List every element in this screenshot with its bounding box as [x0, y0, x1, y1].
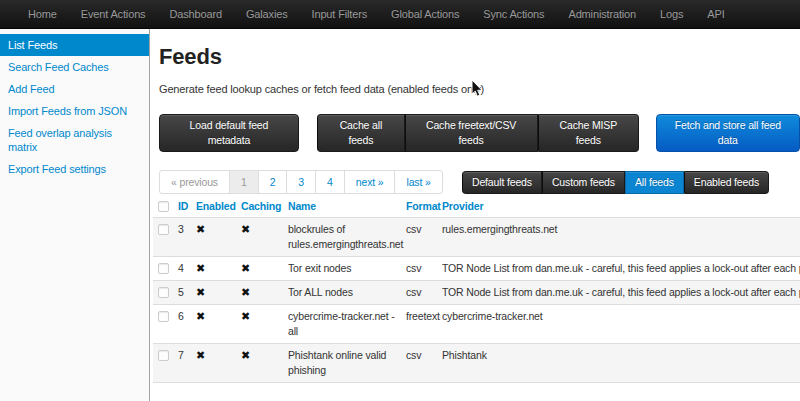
page-link-1[interactable]: 1: [229, 170, 259, 194]
page-link-previous[interactable]: « previous: [159, 170, 230, 194]
caching-cross-icon[interactable]: ✖: [241, 223, 250, 235]
load-default-feed-metadata-button[interactable]: Load default feed metadata: [159, 114, 299, 152]
nav-item-sync-actions: Sync Actions: [471, 0, 556, 28]
nav-link-input-filters[interactable]: Input Filters: [300, 0, 380, 28]
cell-format: csv: [401, 344, 437, 383]
sidebar-item-list-feeds: List Feeds: [0, 34, 149, 56]
row-select-checkbox[interactable]: [158, 311, 169, 322]
cell-id: 6: [173, 305, 191, 344]
cell-provider: cybercrime-tracker.net: [437, 305, 800, 344]
page-item-previous: « previous: [159, 170, 230, 194]
sidebar-item-add-feed: Add Feed: [0, 78, 149, 100]
page-item-next: next »: [345, 170, 396, 194]
row-select-checkbox[interactable]: [158, 263, 169, 274]
sidebar-link-import-feeds-from-json[interactable]: Import Feeds from JSON: [0, 100, 149, 122]
sort-link-caching[interactable]: Caching: [241, 200, 281, 212]
cache-misp-feeds-button[interactable]: Cache MISP feeds: [538, 114, 640, 152]
page-link-2[interactable]: 2: [258, 170, 288, 194]
cache-all-feeds-button[interactable]: Cache all feeds: [317, 114, 404, 152]
cell-enabled: ✖: [191, 344, 236, 383]
sidebar-link-feed-overlap-analysis-matrix[interactable]: Feed overlap analysis matrix: [0, 122, 149, 158]
feed-filter-tabs: Default feedsCustom feedsAll feedsEnable…: [462, 171, 769, 194]
enabled-cross-icon[interactable]: ✖: [196, 262, 205, 274]
select-all-checkbox[interactable]: [158, 201, 169, 212]
page-item-4: 4: [316, 170, 345, 194]
nav-link-sync-actions[interactable]: Sync Actions: [471, 0, 556, 28]
fetch-and-store-all-feed-data-button[interactable]: Fetch and store all feed data: [656, 114, 800, 152]
tab-enabled-feeds[interactable]: Enabled feeds: [684, 171, 769, 194]
sort-link-id[interactable]: ID: [178, 200, 188, 212]
cache-buttons-group: Cache all feedsCache freetext/CSV feedsC…: [317, 114, 639, 152]
nav-link-galaxies[interactable]: Galaxies: [234, 0, 300, 28]
nav-item-home: Home: [16, 0, 69, 28]
nav-item-logs: Logs: [648, 0, 695, 28]
row-select-cell: [153, 344, 173, 383]
cell-name: Phishtank online valid phishing: [283, 344, 401, 383]
row-select-cell: [153, 281, 173, 305]
page-item-last: last »: [395, 170, 442, 194]
cell-format: csv: [401, 257, 437, 281]
cell-format: csv: [401, 218, 437, 257]
cell-id: 7: [173, 344, 191, 383]
cell-caching: ✖: [236, 305, 283, 344]
enabled-cross-icon[interactable]: ✖: [196, 286, 205, 298]
feeds-table: IDEnabledCachingNameFormatProvider 3✖✖bl…: [153, 196, 800, 383]
nav-item-dashboard: Dashboard: [157, 0, 233, 28]
column-header-id: ID: [173, 196, 191, 218]
cell-provider: TOR Node List from dan.me.uk - careful, …: [437, 257, 800, 281]
row-select-cell: [153, 218, 173, 257]
sort-link-name[interactable]: Name: [288, 200, 316, 212]
feed-row-6: 6✖✖cybercrime-tracker.net - allfreetextc…: [153, 305, 800, 344]
nav-link-home[interactable]: Home: [16, 0, 69, 28]
feeds-table-body: 3✖✖blockrules of rules.emergingthreats.n…: [153, 218, 800, 383]
sidebar-link-list-feeds[interactable]: List Feeds: [0, 34, 149, 56]
caching-cross-icon[interactable]: ✖: [241, 310, 250, 322]
page-link-next[interactable]: next »: [344, 170, 396, 194]
cell-format: csv: [401, 281, 437, 305]
nav-link-event-actions[interactable]: Event Actions: [69, 0, 158, 28]
sort-link-provider[interactable]: Provider: [442, 200, 483, 212]
cell-name: Tor ALL nodes: [283, 281, 401, 305]
pagination: « previous1234next »last »: [159, 170, 443, 194]
cell-caching: ✖: [236, 257, 283, 281]
top-navbar-items: HomeEvent ActionsDashboardGalaxiesInput …: [0, 0, 800, 28]
enabled-cross-icon[interactable]: ✖: [196, 310, 205, 322]
column-header-name: Name: [283, 196, 401, 218]
caching-cross-icon[interactable]: ✖: [241, 262, 250, 274]
nav-link-administration[interactable]: Administration: [556, 0, 648, 28]
sidebar-item-search-feed-caches: Search Feed Caches: [0, 56, 149, 78]
tab-all-feeds[interactable]: All feeds: [625, 171, 684, 194]
cache-freetext-csv-feeds-button[interactable]: Cache freetext/CSV feeds: [405, 114, 538, 152]
caching-cross-icon[interactable]: ✖: [241, 286, 250, 298]
row-select-checkbox[interactable]: [158, 350, 169, 361]
cell-provider: rules.emergingthreats.net: [437, 218, 800, 257]
page-link-last[interactable]: last »: [394, 170, 442, 194]
nav-link-dashboard[interactable]: Dashboard: [157, 0, 233, 28]
sort-link-format[interactable]: Format: [406, 200, 441, 212]
row-select-checkbox[interactable]: [158, 224, 169, 235]
cell-provider: Phishtank: [437, 344, 800, 383]
sort-link-enabled[interactable]: Enabled: [196, 200, 236, 212]
content-area: List FeedsSearch Feed CachesAdd FeedImpo…: [0, 29, 800, 401]
enabled-cross-icon[interactable]: ✖: [196, 223, 205, 235]
nav-link-api[interactable]: API: [695, 0, 736, 28]
page-item-3: 3: [287, 170, 316, 194]
caching-cross-icon[interactable]: ✖: [241, 349, 250, 361]
enabled-cross-icon[interactable]: ✖: [196, 349, 205, 361]
nav-item-global-actions: Global Actions: [379, 0, 471, 28]
page-link-3[interactable]: 3: [286, 170, 316, 194]
column-header-enabled: Enabled: [191, 196, 236, 218]
cell-format: freetext: [401, 305, 437, 344]
sidebar-link-search-feed-caches[interactable]: Search Feed Caches: [0, 56, 149, 78]
nav-link-global-actions[interactable]: Global Actions: [379, 0, 471, 28]
page-item-2: 2: [259, 170, 288, 194]
page-link-4[interactable]: 4: [315, 170, 345, 194]
sidebar-link-add-feed[interactable]: Add Feed: [0, 78, 149, 100]
row-select-checkbox[interactable]: [158, 287, 169, 298]
tab-custom-feeds[interactable]: Custom feeds: [542, 171, 625, 194]
cell-enabled: ✖: [191, 281, 236, 305]
sidebar-link-export-feed-settings[interactable]: Export Feed settings: [0, 158, 149, 180]
nav-link-logs[interactable]: Logs: [648, 0, 695, 28]
tab-default-feeds[interactable]: Default feeds: [462, 171, 542, 194]
page-title: Feeds: [159, 45, 800, 69]
